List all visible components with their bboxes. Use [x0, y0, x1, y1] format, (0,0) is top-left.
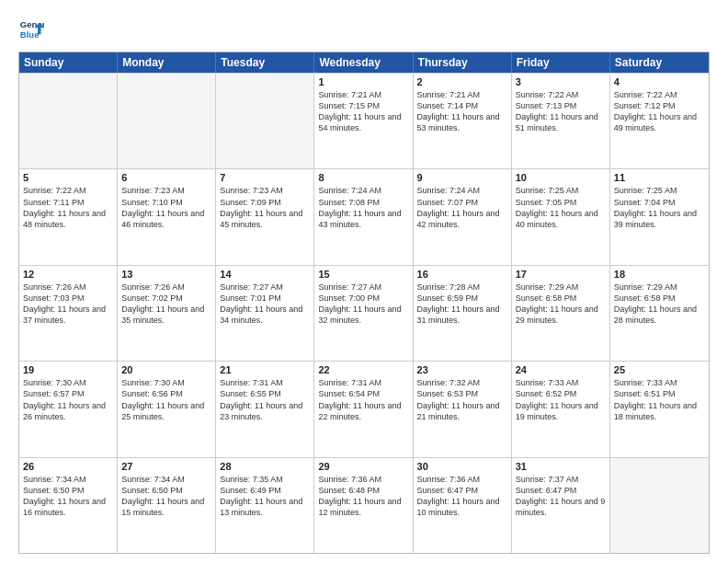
cell-info: Sunrise: 7:27 AMSunset: 7:00 PMDaylight:… — [318, 282, 408, 327]
cell-info: Sunrise: 7:22 AMSunset: 7:12 PMDaylight:… — [614, 89, 705, 134]
calendar-cell: 10Sunrise: 7:25 AMSunset: 7:05 PMDayligh… — [512, 169, 610, 264]
logo-icon: General Blue — [18, 17, 44, 42]
cell-info: Sunrise: 7:36 AMSunset: 6:48 PMDaylight:… — [318, 474, 408, 519]
calendar-cell: 6Sunrise: 7:23 AMSunset: 7:10 PMDaylight… — [118, 169, 216, 264]
calendar-cell: 28Sunrise: 7:35 AMSunset: 6:49 PMDayligh… — [216, 458, 314, 553]
calendar-cell: 1Sunrise: 7:21 AMSunset: 7:15 PMDaylight… — [314, 74, 413, 168]
calendar-week: 5Sunrise: 7:22 AMSunset: 7:11 PMDaylight… — [19, 168, 709, 264]
cell-info: Sunrise: 7:21 AMSunset: 7:15 PMDaylight:… — [318, 89, 408, 134]
cell-info: Sunrise: 7:24 AMSunset: 7:08 PMDaylight:… — [318, 185, 408, 230]
calendar-cell: 14Sunrise: 7:27 AMSunset: 7:01 PMDayligh… — [216, 266, 314, 361]
cell-info: Sunrise: 7:25 AMSunset: 7:04 PMDaylight:… — [614, 185, 705, 230]
svg-text:Blue: Blue — [20, 29, 40, 40]
cell-day-number: 15 — [318, 269, 408, 280]
cell-day-number: 11 — [614, 172, 705, 183]
cell-info: Sunrise: 7:35 AMSunset: 6:49 PMDaylight:… — [220, 474, 310, 519]
cell-day-number: 2 — [417, 76, 507, 87]
calendar-cell: 29Sunrise: 7:36 AMSunset: 6:48 PMDayligh… — [314, 458, 413, 553]
cell-day-number: 21 — [220, 364, 310, 375]
weekday-header: Sunday — [19, 52, 118, 73]
cell-info: Sunrise: 7:26 AMSunset: 7:03 PMDaylight:… — [23, 282, 113, 327]
logo: General Blue — [18, 17, 44, 42]
cell-info: Sunrise: 7:22 AMSunset: 7:13 PMDaylight:… — [516, 89, 606, 134]
cell-info: Sunrise: 7:24 AMSunset: 7:07 PMDaylight:… — [417, 185, 507, 230]
calendar-cell: 12Sunrise: 7:26 AMSunset: 7:03 PMDayligh… — [19, 266, 118, 361]
calendar-cell — [19, 74, 118, 168]
cell-info: Sunrise: 7:29 AMSunset: 6:58 PMDaylight:… — [516, 282, 606, 327]
calendar-cell: 3Sunrise: 7:22 AMSunset: 7:13 PMDaylight… — [512, 74, 610, 168]
cell-info: Sunrise: 7:23 AMSunset: 7:10 PMDaylight:… — [121, 185, 211, 230]
calendar-cell: 15Sunrise: 7:27 AMSunset: 7:00 PMDayligh… — [314, 266, 413, 361]
calendar-cell: 24Sunrise: 7:33 AMSunset: 6:52 PMDayligh… — [512, 362, 610, 456]
cell-info: Sunrise: 7:37 AMSunset: 6:47 PMDaylight:… — [516, 474, 606, 519]
calendar-cell — [216, 74, 314, 168]
cell-day-number: 18 — [614, 269, 705, 280]
cell-info: Sunrise: 7:36 AMSunset: 6:47 PMDaylight:… — [417, 474, 507, 519]
calendar-cell: 26Sunrise: 7:34 AMSunset: 6:50 PMDayligh… — [19, 458, 118, 553]
cell-info: Sunrise: 7:22 AMSunset: 7:11 PMDaylight:… — [23, 185, 113, 230]
cell-day-number: 17 — [516, 269, 606, 280]
cell-day-number: 25 — [614, 364, 705, 375]
cell-day-number: 26 — [23, 461, 113, 472]
cell-day-number: 14 — [220, 269, 310, 280]
weekday-header: Tuesday — [216, 52, 314, 73]
cell-info: Sunrise: 7:28 AMSunset: 6:59 PMDaylight:… — [417, 282, 507, 327]
header: General Blue — [18, 17, 710, 42]
cell-day-number: 30 — [417, 461, 507, 472]
weekday-header: Friday — [512, 52, 610, 73]
cell-info: Sunrise: 7:31 AMSunset: 6:54 PMDaylight:… — [318, 377, 408, 422]
cell-info: Sunrise: 7:27 AMSunset: 7:01 PMDaylight:… — [220, 282, 310, 327]
weekday-header: Monday — [118, 52, 216, 73]
cell-day-number: 28 — [220, 461, 310, 472]
calendar-cell: 25Sunrise: 7:33 AMSunset: 6:51 PMDayligh… — [610, 362, 709, 456]
calendar-cell: 31Sunrise: 7:37 AMSunset: 6:47 PMDayligh… — [512, 458, 610, 553]
cell-info: Sunrise: 7:33 AMSunset: 6:52 PMDaylight:… — [516, 377, 606, 422]
cell-day-number: 7 — [220, 172, 310, 183]
cell-day-number: 10 — [516, 172, 606, 183]
cell-day-number: 13 — [121, 269, 211, 280]
calendar-cell: 8Sunrise: 7:24 AMSunset: 7:08 PMDaylight… — [314, 169, 413, 264]
calendar-cell: 20Sunrise: 7:30 AMSunset: 6:56 PMDayligh… — [118, 362, 216, 456]
calendar-cell: 23Sunrise: 7:32 AMSunset: 6:53 PMDayligh… — [414, 362, 512, 456]
calendar-cell: 18Sunrise: 7:29 AMSunset: 6:58 PMDayligh… — [610, 266, 709, 361]
cell-day-number: 3 — [516, 76, 606, 87]
cell-info: Sunrise: 7:21 AMSunset: 7:14 PMDaylight:… — [417, 89, 507, 134]
cell-info: Sunrise: 7:33 AMSunset: 6:51 PMDaylight:… — [614, 377, 705, 422]
cell-info: Sunrise: 7:34 AMSunset: 6:50 PMDaylight:… — [23, 474, 113, 519]
cell-day-number: 27 — [121, 461, 211, 472]
cell-info: Sunrise: 7:23 AMSunset: 7:09 PMDaylight:… — [220, 185, 310, 230]
cell-info: Sunrise: 7:32 AMSunset: 6:53 PMDaylight:… — [417, 377, 507, 422]
cell-day-number: 4 — [614, 76, 705, 87]
cell-info: Sunrise: 7:30 AMSunset: 6:56 PMDaylight:… — [121, 377, 211, 422]
calendar-cell: 21Sunrise: 7:31 AMSunset: 6:55 PMDayligh… — [216, 362, 314, 456]
cell-info: Sunrise: 7:29 AMSunset: 6:58 PMDaylight:… — [614, 282, 705, 327]
calendar-cell: 27Sunrise: 7:34 AMSunset: 6:50 PMDayligh… — [118, 458, 216, 553]
weekday-header: Thursday — [414, 52, 512, 73]
calendar-cell — [610, 458, 709, 553]
calendar-cell: 19Sunrise: 7:30 AMSunset: 6:57 PMDayligh… — [19, 362, 118, 456]
cell-day-number: 19 — [23, 364, 113, 375]
calendar-body: 1Sunrise: 7:21 AMSunset: 7:15 PMDaylight… — [19, 73, 709, 553]
page: General Blue SundayMondayTuesdayWednesda… — [0, 0, 728, 563]
calendar-cell: 17Sunrise: 7:29 AMSunset: 6:58 PMDayligh… — [512, 266, 610, 361]
cell-day-number: 20 — [121, 364, 211, 375]
cell-day-number: 16 — [417, 269, 507, 280]
calendar-cell: 2Sunrise: 7:21 AMSunset: 7:14 PMDaylight… — [414, 74, 512, 168]
cell-info: Sunrise: 7:30 AMSunset: 6:57 PMDaylight:… — [23, 377, 113, 422]
cell-info: Sunrise: 7:31 AMSunset: 6:55 PMDaylight:… — [220, 377, 310, 422]
calendar: SundayMondayTuesdayWednesdayThursdayFrid… — [18, 52, 710, 554]
weekday-header: Saturday — [610, 52, 709, 73]
calendar-cell: 5Sunrise: 7:22 AMSunset: 7:11 PMDaylight… — [19, 169, 118, 264]
cell-day-number: 5 — [23, 172, 113, 183]
cell-day-number: 29 — [318, 461, 408, 472]
calendar-cell: 7Sunrise: 7:23 AMSunset: 7:09 PMDaylight… — [216, 169, 314, 264]
calendar-cell: 4Sunrise: 7:22 AMSunset: 7:12 PMDaylight… — [610, 74, 709, 168]
cell-info: Sunrise: 7:26 AMSunset: 7:02 PMDaylight:… — [121, 282, 211, 327]
calendar-cell: 11Sunrise: 7:25 AMSunset: 7:04 PMDayligh… — [610, 169, 709, 264]
calendar-header: SundayMondayTuesdayWednesdayThursdayFrid… — [19, 52, 709, 73]
cell-day-number: 22 — [318, 364, 408, 375]
cell-day-number: 23 — [417, 364, 507, 375]
calendar-week: 26Sunrise: 7:34 AMSunset: 6:50 PMDayligh… — [19, 457, 709, 553]
cell-info: Sunrise: 7:25 AMSunset: 7:05 PMDaylight:… — [516, 185, 606, 230]
cell-day-number: 6 — [121, 172, 211, 183]
